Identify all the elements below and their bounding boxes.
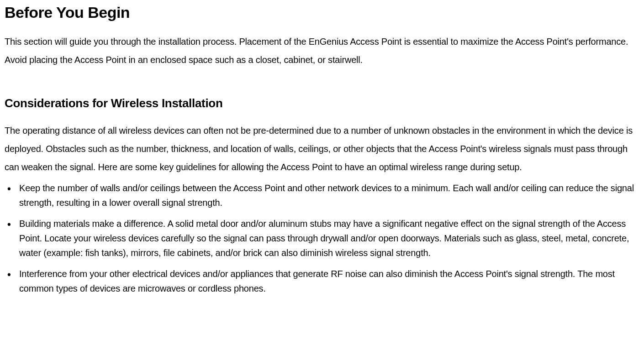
intro-paragraph: This section will guide you through the … xyxy=(5,32,639,69)
heading-considerations: Considerations for Wireless Installation xyxy=(5,96,639,110)
list-item: Keep the number of walls and/or ceilings… xyxy=(17,181,639,210)
list-item: Building materials make a difference. A … xyxy=(17,216,639,260)
list-item: Interference from your other electrical … xyxy=(17,267,639,296)
guidelines-list: Keep the number of walls and/or ceilings… xyxy=(5,181,639,296)
considerations-paragraph: The operating distance of all wireless d… xyxy=(5,121,639,176)
heading-before-you-begin: Before You Begin xyxy=(5,4,639,21)
